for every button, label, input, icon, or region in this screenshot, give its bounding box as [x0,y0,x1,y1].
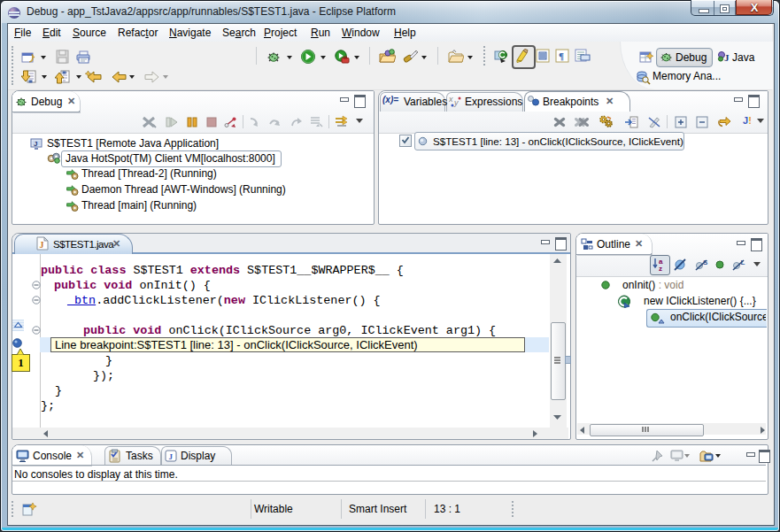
svg-text:J: J [34,140,37,148]
svg-text:¶: ¶ [559,50,564,61]
svg-text:y: y [453,98,459,107]
svg-text:J: J [724,52,730,63]
svg-text:x: x [449,95,453,104]
svg-text:J: J [40,240,44,250]
svg-text:J: J [169,452,174,461]
svg-text:z: z [659,265,662,272]
